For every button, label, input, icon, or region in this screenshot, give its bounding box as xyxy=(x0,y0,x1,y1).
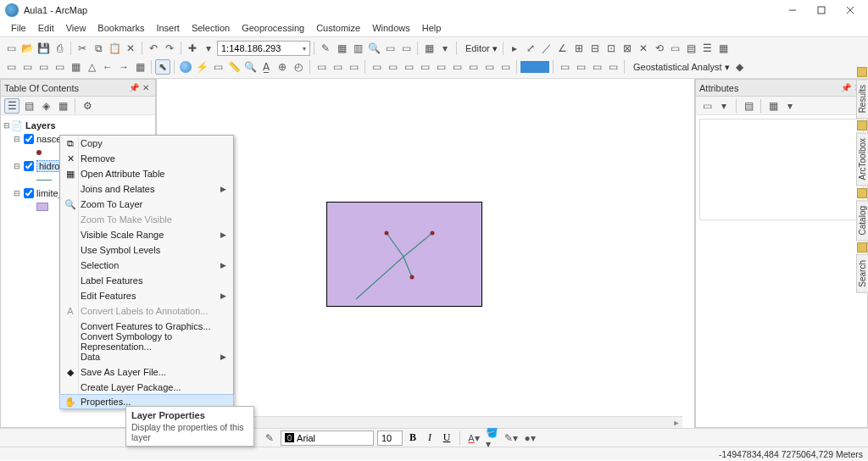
editor-toolbar-icon[interactable]: ✎ xyxy=(318,41,333,56)
nav-tool-1[interactable]: ▭ xyxy=(3,59,19,75)
toolbox-icon[interactable]: ▦ xyxy=(334,41,349,56)
measure-tool[interactable]: 📏 xyxy=(226,59,242,75)
catalog-icon[interactable]: ▥ xyxy=(350,41,365,56)
menu-bookmarks[interactable]: Bookmarks xyxy=(92,21,150,35)
paste-button[interactable]: 📋 xyxy=(107,41,122,56)
edit-tool-2[interactable]: ⤢ xyxy=(523,41,538,56)
hyperlink-tool[interactable]: ⚡ xyxy=(194,59,209,75)
sel-tool-7[interactable]: ▭ xyxy=(465,59,481,75)
nav-tool-5[interactable]: ▦ xyxy=(68,59,83,75)
attr-tool-5[interactable]: ▾ xyxy=(782,98,798,114)
edit-tool-3[interactable]: ／ xyxy=(539,41,554,56)
edit-tool-13[interactable]: ☰ xyxy=(700,41,715,56)
nav-tool-2[interactable]: ▭ xyxy=(19,59,35,75)
edit-vertices-tool[interactable]: ✎ xyxy=(262,430,277,446)
search-tab[interactable]: Search xyxy=(856,254,868,293)
ctx-open-attribute-table[interactable]: ▦Open Attribute Table xyxy=(60,166,233,181)
extra-tool-2[interactable]: ▭ xyxy=(573,59,588,75)
sel-tool-2[interactable]: ▭ xyxy=(385,59,400,75)
menu-customize[interactable]: Customize xyxy=(310,21,366,35)
menu-file[interactable]: File xyxy=(5,21,32,35)
python-window-icon[interactable]: ▭ xyxy=(382,41,398,56)
find-route-tool[interactable]: A̲ xyxy=(259,59,274,75)
edit-tool-8[interactable]: ⊠ xyxy=(620,41,635,56)
extra-tool-3[interactable]: ▭ xyxy=(589,59,604,75)
edit-tool-1[interactable]: ▸ xyxy=(507,41,522,56)
identify-tool[interactable] xyxy=(178,59,193,75)
attr-tool-4[interactable]: ▦ xyxy=(765,98,781,114)
add-data-dropdown[interactable]: ▾ xyxy=(201,41,216,56)
sel-tool-9[interactable]: ▭ xyxy=(498,59,513,75)
sel-tool-6[interactable]: ▭ xyxy=(449,59,465,75)
new-doc-button[interactable]: ▭ xyxy=(3,41,19,56)
map-canvas[interactable]: ◄ ► xyxy=(156,79,695,428)
menu-insert[interactable]: Insert xyxy=(150,21,186,35)
sel-tool-8[interactable]: ▭ xyxy=(481,59,497,75)
edit-tool-14[interactable]: ▦ xyxy=(716,41,732,56)
pin-icon[interactable]: 📌 xyxy=(128,83,140,92)
print-button[interactable]: ⎙ xyxy=(52,41,67,56)
undo-button[interactable]: ↶ xyxy=(146,41,161,56)
line-color-button[interactable]: ✎▾ xyxy=(504,430,519,446)
italic-button[interactable]: I xyxy=(423,431,437,444)
options-icon[interactable]: ⚙ xyxy=(80,98,95,114)
edit-tool-10[interactable]: ⟲ xyxy=(652,41,667,56)
delete-button[interactable]: ✕ xyxy=(123,41,138,56)
menu-edit[interactable]: Edit xyxy=(32,21,60,35)
attr-tool-2[interactable]: ▾ xyxy=(716,98,732,114)
cut-button[interactable]: ✂ xyxy=(75,41,90,56)
edit-tool-7[interactable]: ⊡ xyxy=(604,41,619,56)
ctx-data[interactable]: Data▶ xyxy=(60,349,233,364)
list-by-selection-icon[interactable]: ▦ xyxy=(55,98,70,114)
find-tool[interactable]: 🔍 xyxy=(242,59,258,75)
maximize-button[interactable] xyxy=(809,2,834,19)
ctx-save-layer-file[interactable]: ◆Save As Layer File... xyxy=(60,364,233,380)
ctx-remove[interactable]: ✕Remove xyxy=(60,151,233,166)
sel-tool-1[interactable]: ▭ xyxy=(369,59,384,75)
ctx-zoom-to-layer[interactable]: 🔍Zoom To Layer xyxy=(60,197,233,212)
search-tab-icon[interactable] xyxy=(857,242,867,253)
scroll-right-icon[interactable]: ► xyxy=(670,419,682,427)
scale-combo[interactable]: 1:148.186.293 xyxy=(217,41,310,56)
copy-button[interactable]: ⧉ xyxy=(91,41,106,56)
nascentes-symbol[interactable] xyxy=(36,150,42,155)
sel-tool-4[interactable]: ▭ xyxy=(417,59,432,75)
layer-nascentes-checkbox[interactable] xyxy=(24,134,34,144)
results-tab-icon[interactable] xyxy=(857,67,867,77)
close-button[interactable] xyxy=(837,2,863,19)
save-button[interactable]: 💾 xyxy=(36,41,51,56)
close-icon[interactable]: ✕ xyxy=(140,83,152,92)
list-by-drawing-order-icon[interactable]: ☰ xyxy=(4,98,19,114)
results-tab[interactable]: Results xyxy=(856,79,868,119)
nav-tool-4[interactable]: ▭ xyxy=(52,59,67,75)
nav-tool-9[interactable]: ▦ xyxy=(132,59,147,75)
hidrografia-symbol[interactable] xyxy=(36,180,52,181)
menu-view[interactable]: View xyxy=(60,21,92,35)
model-builder-icon[interactable]: ▭ xyxy=(398,41,414,56)
attr-tool-3[interactable]: ▤ xyxy=(741,98,756,114)
font-combo[interactable]: 🅾 Arial xyxy=(281,430,374,446)
fill-color-button[interactable]: 🪣▾ xyxy=(485,430,500,446)
ctx-convert-symbology[interactable]: Convert Symbology to Representation... xyxy=(60,334,233,349)
underline-button[interactable]: U xyxy=(440,431,453,444)
go-xy-tool[interactable]: ⊕ xyxy=(275,59,290,75)
font-color-button[interactable]: A▾ xyxy=(466,430,481,446)
nav-tool-7[interactable]: ← xyxy=(100,59,115,75)
time-slider-tool[interactable]: ◴ xyxy=(291,59,306,75)
search-window-icon[interactable]: 🔍 xyxy=(366,41,381,56)
edit-tool-5[interactable]: ⊞ xyxy=(571,41,587,56)
edit-tool-9[interactable]: ✕ xyxy=(636,41,651,56)
menu-selection[interactable]: Selection xyxy=(186,21,236,35)
ctx-joins-relates[interactable]: Joins and Relates▶ xyxy=(60,181,233,197)
ctx-selection[interactable]: Selection▶ xyxy=(60,258,233,273)
layer-limite-checkbox[interactable] xyxy=(24,188,34,198)
edit-tool-6[interactable]: ⊟ xyxy=(587,41,603,56)
geostat-wizard-icon[interactable]: ◆ xyxy=(732,59,748,75)
extra-tool-4[interactable]: ▭ xyxy=(605,59,620,75)
marker-color-button[interactable]: ●▾ xyxy=(522,430,537,446)
sel-tool-3[interactable]: ▭ xyxy=(401,59,416,75)
minimize-button[interactable] xyxy=(780,2,805,19)
arctoolbox-tab-icon[interactable] xyxy=(857,120,867,131)
select-element-tool[interactable]: ⬉ xyxy=(155,59,170,75)
add-data-button[interactable]: ✚ xyxy=(185,41,200,56)
